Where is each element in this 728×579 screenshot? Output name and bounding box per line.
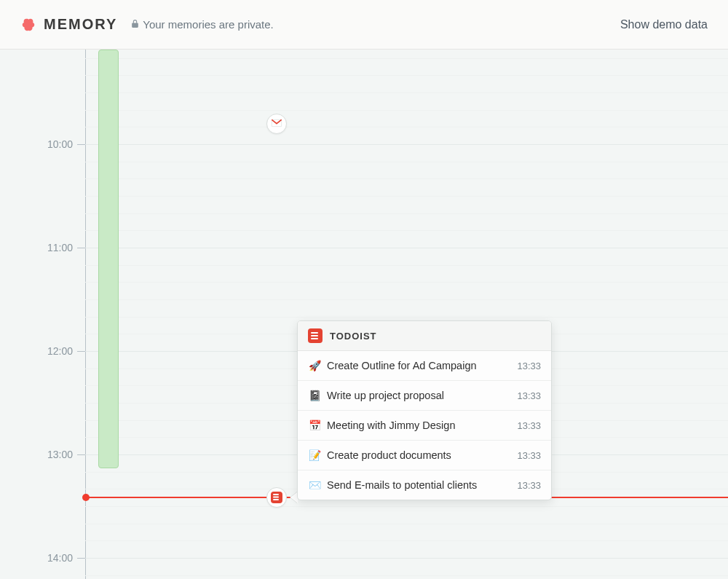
todoist-card: TODOIST 🚀Create Outline for Ad Campaign1… (297, 320, 552, 500)
row-time: 13:33 (517, 361, 541, 371)
minor-gridline (85, 213, 728, 214)
minor-gridline (85, 110, 728, 111)
header-left: MEMORY Your memories are private. (20, 16, 274, 33)
minor-gridline (85, 196, 728, 197)
hour-tick (77, 351, 85, 352)
privacy-note: Your memories are private. (130, 18, 274, 31)
hour-label: 12:00 (36, 345, 73, 357)
minor-gridline (85, 540, 728, 541)
card-header: TODOIST (298, 321, 551, 351)
minor-gridline (85, 92, 728, 93)
hour-label: 14:00 (36, 552, 73, 564)
card-row[interactable]: 📅Meeting with Jimmy Design13:33 (298, 411, 551, 441)
minor-gridline (85, 299, 728, 300)
row-text: Create product documents (327, 449, 511, 461)
gmail-icon (271, 117, 282, 130)
row-time: 13:33 (517, 420, 541, 431)
hour-tick (77, 144, 85, 145)
app-header: MEMORY Your memories are private. Show d… (0, 0, 728, 50)
minor-gridline (85, 127, 728, 127)
hour-gridline (85, 558, 728, 559)
todoist-bubble[interactable] (266, 487, 287, 508)
todoist-icon (271, 492, 282, 503)
minor-gridline (85, 282, 728, 283)
todoist-icon (308, 328, 323, 343)
lock-icon (130, 18, 140, 31)
row-emoji-icon: 🚀 (308, 360, 321, 371)
hour-tick (77, 248, 85, 248)
row-text: Write up project proposal (327, 390, 511, 401)
row-emoji-icon: ✉️ (308, 479, 321, 491)
row-time: 13:33 (517, 450, 541, 461)
gmail-bubble[interactable] (266, 114, 287, 134)
row-text: Create Outline for Ad Campaign (327, 360, 511, 371)
show-demo-link[interactable]: Show demo data (620, 18, 708, 31)
hour-gridline (85, 144, 728, 145)
brain-icon (20, 17, 36, 33)
card-row[interactable]: 📝Create product documents13:33 (298, 441, 551, 470)
minor-gridline (85, 162, 728, 162)
hour-tick (77, 558, 85, 559)
row-text: Send E-mails to potential clients (327, 479, 511, 491)
hour-gridline (85, 248, 728, 248)
minor-gridline (85, 317, 728, 318)
minor-gridline (85, 524, 728, 524)
hour-label: 11:00 (36, 242, 73, 253)
card-row[interactable]: 🚀Create Outline for Ad Campaign13:33 (298, 351, 551, 381)
card-row[interactable]: ✉️Send E-mails to potential clients13:33 (298, 470, 551, 500)
card-row[interactable]: 📓Write up project proposal13:33 (298, 381, 551, 411)
minor-gridline (85, 178, 728, 179)
card-title: TODOIST (330, 331, 377, 342)
minor-gridline (85, 58, 728, 59)
brand-name: MEMORY (44, 16, 117, 33)
row-emoji-icon: 📓 (308, 390, 321, 401)
hour-tick (77, 454, 85, 455)
timeline[interactable]: 10:0011:0012:0013:0014:00 TODOIST 🚀Creat… (0, 50, 728, 579)
brand[interactable]: MEMORY (20, 16, 117, 33)
minor-gridline (85, 506, 728, 507)
now-dot (82, 494, 90, 501)
hour-label: 13:00 (36, 449, 73, 460)
row-text: Meeting with Jimmy Design (327, 420, 511, 431)
row-emoji-icon: 📅 (308, 420, 321, 431)
hour-label: 10:00 (36, 138, 73, 150)
row-emoji-icon: 📝 (308, 449, 321, 461)
privacy-text: Your memories are private. (143, 18, 274, 31)
minor-gridline (85, 75, 728, 76)
minor-gridline (85, 265, 728, 266)
minor-gridline (85, 230, 728, 231)
timeline-event-bar[interactable] (98, 50, 119, 468)
row-time: 13:33 (517, 390, 541, 401)
minor-gridline (85, 575, 728, 576)
row-time: 13:33 (517, 480, 541, 491)
